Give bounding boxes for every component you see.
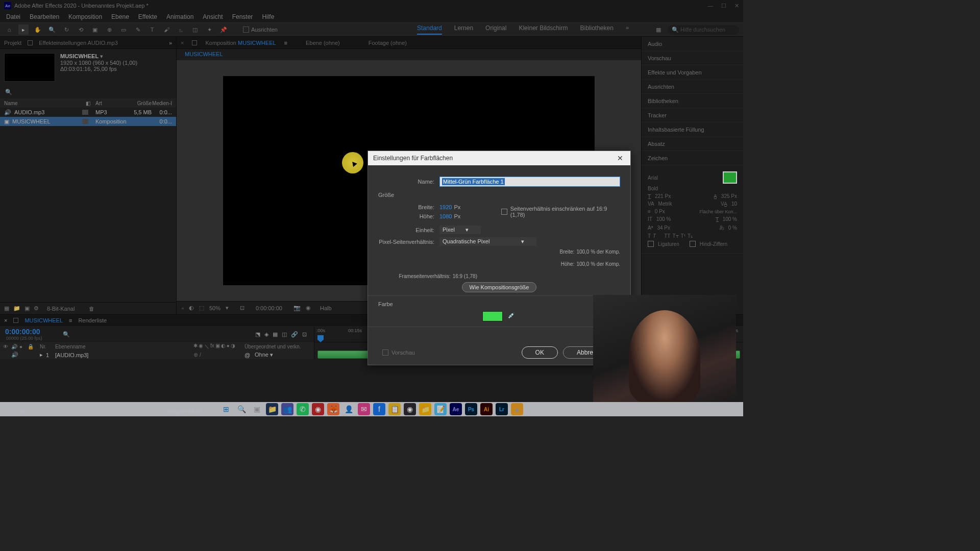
panel-effects-presets[interactable]: Effekte und Vorgaben — [642, 65, 743, 80]
par-select[interactable]: Quadratische Pixel▾ — [439, 237, 536, 246]
home-icon[interactable]: ⌂ — [4, 24, 14, 35]
app-icon[interactable]: ▲ — [511, 403, 523, 415]
panel-character[interactable]: Zeichen — [642, 151, 743, 165]
tl-toggle-icon[interactable]: ▦ — [273, 331, 278, 338]
panel-libraries[interactable]: Bibliotheken — [642, 94, 743, 108]
workspace-klein[interactable]: Kleiner Bildschirm — [519, 24, 568, 35]
allcaps-icon[interactable]: TT — [664, 233, 670, 239]
workspace-grid-icon[interactable]: ▦ — [653, 24, 664, 35]
chevron-down-icon[interactable]: ▾ — [100, 53, 103, 59]
workspace-standard[interactable]: Standard — [417, 24, 442, 35]
teams-icon[interactable]: 👥 — [281, 403, 293, 415]
smallcaps-icon[interactable]: Tᴛ — [672, 233, 678, 239]
menu-fenster[interactable]: Fenster — [228, 12, 257, 21]
tl-toggle-icon[interactable]: 🔗 — [291, 331, 298, 338]
workspace-lernen[interactable]: Lernen — [454, 24, 473, 35]
app-icon[interactable]: ◉ — [312, 403, 324, 415]
tl-toggle-icon[interactable]: ⊡ — [302, 331, 307, 338]
switch-icon[interactable]: ▣ — [215, 343, 220, 350]
app-icon[interactable]: 📋 — [388, 403, 401, 415]
roto-tool-icon[interactable]: ✦ — [204, 24, 214, 35]
app-icon[interactable]: 👤 — [342, 403, 355, 415]
zoom-tool-icon[interactable]: 🔍 — [47, 24, 57, 35]
switch-icon[interactable]: ◉ — [199, 343, 203, 350]
menu-hilfe[interactable]: Hilfe — [258, 12, 278, 21]
playhead[interactable] — [317, 335, 324, 342]
bit-depth-label[interactable]: 8-Bit-Kanal — [47, 306, 75, 312]
interpret-footage-icon[interactable]: ▦ — [4, 305, 9, 312]
rotate-tool-icon[interactable]: ⟲ — [76, 24, 86, 35]
project-row-audio[interactable]: 🔊 AUDIO.mp3 MP3 5,5 MB 0:0... — [0, 108, 176, 117]
panel-preview[interactable]: Vorschau — [642, 51, 743, 65]
magnify-icon[interactable]: ▫ — [182, 305, 184, 311]
frame-icon[interactable]: ⊡ — [240, 305, 244, 311]
tl-layer-row[interactable]: 🔊 ▸ 1 [AUDIO.mp3] ⊕ / @ Ohne ▾ — [0, 350, 314, 360]
switch-icon[interactable]: ◐ — [221, 343, 226, 350]
comp-breadcrumb[interactable]: MUSICWHEEL — [177, 49, 641, 60]
start-icon[interactable]: ⊞ — [220, 403, 232, 415]
menu-animation[interactable]: Animation — [162, 12, 198, 21]
pen-tool-icon[interactable]: ✎ — [133, 24, 143, 35]
shape-tool-icon[interactable]: ▭ — [118, 24, 129, 35]
menu-bearbeiten[interactable]: Bearbeiten — [26, 12, 63, 21]
taskview-icon[interactable]: ▣ — [251, 403, 263, 415]
tl-tab-menu-icon[interactable]: ≡ — [69, 317, 72, 323]
unit-select[interactable]: Pixel ▾ — [439, 226, 481, 234]
workspace-bibliotheken[interactable]: Bibliotheken — [580, 24, 613, 35]
photoshop-icon[interactable]: Ps — [465, 403, 477, 415]
tl-toggle-icon[interactable]: ◈ — [264, 331, 268, 338]
font-style[interactable]: Bold — [648, 186, 658, 191]
menu-ebene[interactable]: Ebene — [107, 12, 133, 21]
layer-name[interactable]: [AUDIO.mp3] — [55, 352, 193, 358]
project-settings-icon[interactable]: ⚙ — [34, 305, 39, 312]
tl-search-icon[interactable]: 🔍 — [63, 331, 70, 338]
ok-button[interactable]: OK — [522, 346, 558, 359]
hand-tool-icon[interactable]: ✋ — [33, 24, 43, 35]
channels-icon[interactable]: ◉ — [306, 305, 311, 311]
solid-color-swatch[interactable] — [482, 311, 503, 321]
chevron-down-icon[interactable]: ▾ — [226, 305, 229, 311]
pickwhip-icon[interactable]: @ — [244, 352, 255, 358]
switch-icon[interactable]: ✱ — [193, 343, 198, 350]
tab-footage[interactable]: Footage (ohne) — [369, 40, 407, 46]
tl-timecode[interactable]: 0:00:00:00 — [5, 328, 42, 336]
menu-datei[interactable]: Datei — [2, 12, 24, 21]
lightroom-icon[interactable]: Lr — [496, 403, 508, 415]
header-type[interactable]: Art — [95, 101, 131, 106]
text-tool-icon[interactable]: T — [147, 24, 157, 35]
folder-icon[interactable]: 📁 — [419, 403, 431, 415]
resolution-value[interactable]: Halb — [320, 305, 332, 311]
tl-tab-comp[interactable]: MUSICWHEEL — [24, 317, 63, 323]
panel-align[interactable]: Ausrichten — [642, 80, 743, 94]
header-size[interactable]: Größe — [131, 101, 152, 106]
menu-komposition[interactable]: Komposition — [64, 12, 106, 21]
tab-layer[interactable]: Ebene (ohne) — [306, 40, 340, 46]
project-search-icon[interactable]: 🔍 — [5, 89, 12, 95]
tab-project[interactable]: Projekt — [4, 40, 21, 46]
workspace-overflow-icon[interactable]: » — [626, 24, 629, 35]
audio-col-icon[interactable]: 🔊 — [11, 344, 19, 349]
dialog-titlebar[interactable]: Einstellungen für Farbflächen ✕ — [368, 151, 630, 165]
panel-overflow-icon[interactable]: » — [169, 40, 172, 46]
panel-content-aware[interactable]: Inhaltsbasierte Füllung — [642, 122, 743, 137]
dialog-close-icon[interactable]: ✕ — [615, 154, 625, 162]
comp-thumbnail[interactable] — [4, 53, 55, 82]
project-row-comp[interactable]: ▣ MUSICWHEEL Komposition 0:0... — [0, 117, 176, 126]
comp-size-button[interactable]: Wie Kompositionsgröße — [462, 282, 537, 292]
name-input[interactable]: Mittel-Grün Farbfläche 1 — [439, 177, 620, 187]
puppet-tool-icon[interactable]: 📌 — [218, 24, 229, 35]
obs-icon[interactable]: ◉ — [404, 403, 416, 415]
eye-col-icon[interactable]: 👁 — [3, 344, 11, 349]
zoom-value[interactable]: 50% — [209, 305, 220, 311]
eraser-tool-icon[interactable]: ◫ — [190, 24, 200, 35]
parent-dropdown[interactable]: Ohne ▾ — [255, 352, 311, 358]
clone-tool-icon[interactable]: ⎁ — [176, 24, 186, 35]
label-color-icon[interactable] — [82, 110, 88, 115]
lock-ratio-checkbox[interactable] — [501, 209, 507, 215]
close-icon[interactable]: ✕ — [734, 3, 739, 9]
italic-icon[interactable]: T — [653, 233, 656, 239]
panel-audio[interactable]: Audio — [642, 37, 743, 51]
snap-checkbox[interactable] — [243, 27, 249, 33]
header-media[interactable]: Medien-I — [152, 101, 172, 106]
facebook-icon[interactable]: f — [373, 403, 385, 415]
